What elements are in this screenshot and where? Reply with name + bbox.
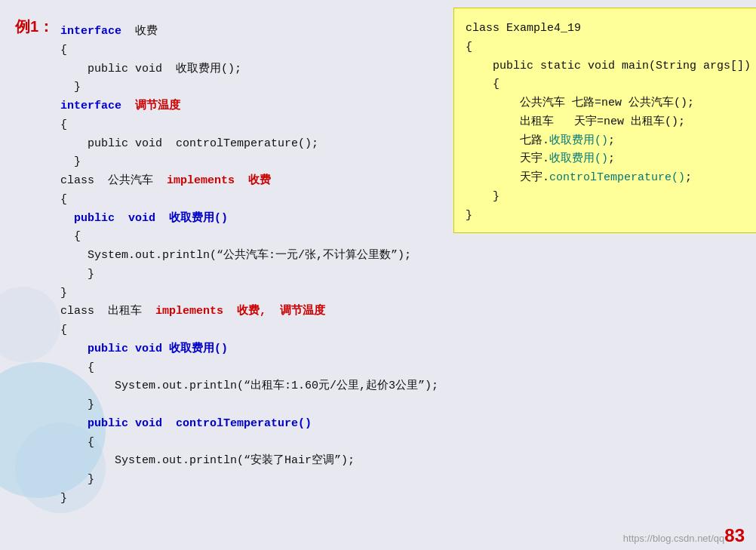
code-line: } bbox=[60, 266, 438, 284]
footer-url: https://blog.csdn.net/qq bbox=[623, 533, 724, 544]
code-line: public void controlTemperature() bbox=[60, 415, 438, 434]
code-line: { bbox=[60, 359, 438, 378]
code-line: public void controlTemperature(); bbox=[60, 135, 438, 154]
code-line: { bbox=[60, 191, 438, 210]
code-line: System.out.println(“公共汽车:一元/张,不计算公里数”); bbox=[60, 247, 438, 266]
main-container: 例1： interface 收费{ public void 收取费用(); }i… bbox=[8, 8, 748, 542]
footer: https://blog.csdn.net/qq83 bbox=[623, 525, 745, 546]
code-line: } bbox=[60, 490, 438, 509]
code-line: class 出租车 implements 收费, 调节温度 bbox=[60, 303, 438, 321]
left-code-panel: 例1： interface 收费{ public void 收取费用(); }i… bbox=[8, 8, 446, 542]
code-line: } bbox=[60, 396, 438, 415]
code-line: 公共汽车 七路=new 公共汽车(); bbox=[466, 94, 756, 113]
code-line: 出租车 天宇=new 出租车(); bbox=[466, 113, 756, 132]
left-code-block: interface 收费{ public void 收取费用(); }inter… bbox=[60, 23, 438, 509]
code-line: interface 调节温度 bbox=[60, 97, 438, 116]
code-line: } bbox=[60, 471, 438, 490]
code-line: public void 收取费用(); bbox=[60, 60, 438, 79]
code-line: { bbox=[466, 75, 756, 94]
code-line: public void 收取费用() bbox=[60, 210, 438, 229]
code-line: { bbox=[60, 434, 438, 453]
code-line: System.out.println(“出租车:1.60元/公里,起价3公里”)… bbox=[60, 377, 438, 396]
code-line: } bbox=[466, 207, 756, 226]
code-line: { bbox=[60, 116, 438, 135]
left-code-content: interface 收费{ public void 收取费用(); }inter… bbox=[60, 23, 438, 509]
code-line: System.out.println(“安装了Hair空调”); bbox=[60, 452, 438, 471]
code-line: interface 收费 bbox=[60, 23, 438, 41]
code-line: 七路.收取费用(); bbox=[466, 132, 756, 151]
code-line: } bbox=[60, 284, 438, 303]
code-line: { bbox=[60, 228, 438, 247]
example-label: 例1： bbox=[15, 17, 54, 37]
code-line: } bbox=[466, 188, 756, 207]
code-line: } bbox=[60, 153, 438, 172]
code-line: 天宇.收取费用(); bbox=[466, 150, 756, 169]
code-line: { bbox=[60, 41, 438, 60]
right-code-panel: class Example4_19{ public static void ma… bbox=[453, 8, 756, 233]
code-line: class 公共汽车 implements 收费 bbox=[60, 172, 438, 191]
code-line: { bbox=[466, 38, 756, 57]
code-line: { bbox=[60, 321, 438, 340]
code-line: } bbox=[60, 78, 438, 97]
code-line: public void 收取费用() bbox=[60, 340, 438, 359]
code-line: public static void main(String args[]) bbox=[466, 57, 756, 76]
code-line: 天宇.controlTemperature(); bbox=[466, 169, 756, 188]
page-number: 83 bbox=[724, 525, 745, 545]
right-code-content: class Example4_19{ public static void ma… bbox=[466, 20, 756, 225]
code-line: class Example4_19 bbox=[466, 20, 756, 38]
